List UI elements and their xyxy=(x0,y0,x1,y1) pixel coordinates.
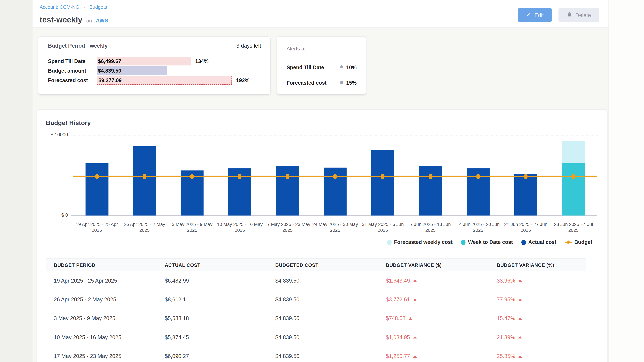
cell-budget-period: 10 May 2025 - 16 May 2025 xyxy=(46,328,157,347)
alert-row-percent: 10% xyxy=(346,64,356,70)
cell-actual-cost: $8,612.11 xyxy=(157,290,267,309)
budget-legend-marker-icon xyxy=(565,242,572,243)
cell-budget-variance-pct: 15.47% xyxy=(489,309,586,328)
trend-up-icon xyxy=(409,317,412,320)
legend-item[interactable]: Week to Date cost xyxy=(461,239,513,245)
table-row: 17 May 2025 - 23 May 2025$6,090.27$4,839… xyxy=(46,347,586,362)
chart-legend: Forecasted weekly costWeek to Date costA… xyxy=(387,239,592,245)
budget-period-card: Budget Period - weekly 3 days left Spend… xyxy=(38,37,270,94)
cell-budget-period: 17 May 2025 - 23 May 2025 xyxy=(46,347,157,362)
table-header-cell: ACTUAL COST xyxy=(157,259,267,271)
bell-icon xyxy=(339,80,344,85)
budget-period-row-value: $9,277.09 xyxy=(97,78,122,83)
trend-up-icon xyxy=(518,355,522,358)
cell-budgeted-cost: $4,839.50 xyxy=(267,328,378,347)
trend-up-icon xyxy=(518,317,522,320)
cell-actual-cost: $6,090.27 xyxy=(157,347,267,362)
edit-button-label: Edit xyxy=(534,12,544,18)
legend-label: Budget xyxy=(574,239,592,245)
header-actions: Edit Delete xyxy=(518,8,600,22)
bell-icon xyxy=(339,64,344,70)
trend-up-icon xyxy=(413,336,416,339)
alert-row: Forecasted cost15% xyxy=(286,75,357,90)
legend-label: Actual cost xyxy=(528,239,556,245)
legend-item[interactable]: Budget xyxy=(565,239,592,245)
cell-budgeted-cost: $4,839.50 xyxy=(267,347,378,362)
breadcrumb: Account: CCM-NG › Budgets xyxy=(40,4,107,9)
cell-budget-variance-usd: $3,772.61 xyxy=(378,290,489,309)
cell-budget-variance-pct: 21.39% xyxy=(489,328,586,347)
budget-period-row: Forecasted cost$9,277.09192% xyxy=(48,76,266,85)
budget-period-row-label: Budget amount xyxy=(48,68,97,74)
trend-up-icon xyxy=(413,279,416,282)
legend-label: Week to Date cost xyxy=(468,239,513,245)
cell-actual-cost: $5,588.18 xyxy=(157,309,267,328)
trend-up-icon xyxy=(518,298,522,301)
table-header-row: BUDGET PERIODACTUAL COSTBUDGETED COSTBUD… xyxy=(46,258,586,271)
budget-period-row-value: $6,499.67 xyxy=(97,58,121,64)
cell-budget-period: 19 Apr 2025 - 25 Apr 2025 xyxy=(46,271,157,290)
breadcrumb-budgets-link[interactable]: Budgets xyxy=(90,4,107,9)
cell-budget-variance-usd: $1,250.77 xyxy=(378,347,489,362)
days-left-label: 3 days left xyxy=(236,42,261,49)
trash-icon xyxy=(567,12,572,18)
budget-history-table: BUDGET PERIODACTUAL COSTBUDGETED COSTBUD… xyxy=(46,258,586,362)
budget-period-bars: Spend Till Date$6,499.67134%Budget amoun… xyxy=(48,56,266,85)
table-row: 19 Apr 2025 - 25 Apr 2025$6,482.99$4,839… xyxy=(46,271,586,290)
alert-row-label: Forecasted cost xyxy=(286,80,326,86)
legend-marker-icon xyxy=(461,240,466,245)
budget-period-row-label: Forecasted cost xyxy=(48,78,97,83)
cell-budgeted-cost: $4,839.50 xyxy=(267,309,378,328)
legend-label: Forecasted weekly cost xyxy=(394,239,453,245)
cell-budget-variance-usd: $748.68 xyxy=(378,309,489,328)
legend-marker-icon xyxy=(387,240,392,245)
cell-budget-period: 3 May 2025 - 9 May 2025 xyxy=(46,309,157,328)
budget-period-row-percent: 192% xyxy=(236,78,250,83)
delete-button-label: Delete xyxy=(575,12,591,18)
delete-button[interactable]: Delete xyxy=(558,8,600,22)
trend-up-icon xyxy=(413,355,416,358)
trend-up-icon xyxy=(518,279,522,282)
table-header-cell: BUDGETED COST xyxy=(267,259,378,271)
budget-period-row-percent: 134% xyxy=(195,58,209,64)
cell-budget-variance-usd: $1,034.95 xyxy=(378,328,489,347)
alerts-card: Alerts at Spend Till Date10%Forecasted c… xyxy=(277,37,366,94)
table-row: 26 Apr 2025 - 2 May 2025$8,612.11$4,839.… xyxy=(46,290,586,309)
table-header-cell: BUDGET PERIOD xyxy=(46,259,157,271)
budget-history-title: Budget History xyxy=(46,119,91,126)
cell-budget-variance-usd: $1,643.49 xyxy=(378,271,489,290)
breadcrumb-account-link[interactable]: Account: CCM-NG xyxy=(40,4,79,9)
page-header: Account: CCM-NG › Budgets test-weekly on… xyxy=(32,0,608,28)
cell-budgeted-cost: $4,839.50 xyxy=(267,290,378,309)
alerts-rows: Spend Till Date10%Forecasted cost15% xyxy=(286,60,357,90)
budget-period-row-bar: $6,499.67 xyxy=(97,57,191,65)
cell-budget-period: 26 Apr 2025 - 2 May 2025 xyxy=(46,290,157,309)
table-row: 3 May 2025 - 9 May 2025$5,588.18$4,839.5… xyxy=(46,309,586,328)
table-header-cell: BUDGET VARIANCE ($) xyxy=(378,259,489,271)
budget-period-row-value: $4,839.50 xyxy=(97,68,121,74)
cell-budget-variance-pct: 33.96% xyxy=(489,271,586,290)
legend-item[interactable]: Forecasted weekly cost xyxy=(387,239,452,245)
budget-period-row-label: Spend Till Date xyxy=(48,58,97,64)
trend-up-icon xyxy=(518,336,522,339)
budget-period-row: Spend Till Date$6,499.67134% xyxy=(48,56,266,66)
table-header-cell: BUDGET VARIANCE (%) xyxy=(489,259,586,271)
edit-button[interactable]: Edit xyxy=(518,8,552,22)
legend-marker-icon xyxy=(521,240,526,245)
table-row: 10 May 2025 - 16 May 2025$5,874.45$4,839… xyxy=(46,328,586,347)
legend-item[interactable]: Actual cost xyxy=(521,239,556,245)
title-row: test-weekly on AWS xyxy=(40,15,108,25)
cell-budget-variance-pct: 77.95% xyxy=(489,290,586,309)
trend-up-icon xyxy=(413,298,416,301)
title-connector: on xyxy=(86,18,92,24)
budget-period-row-bar: $9,277.09 xyxy=(97,76,232,85)
budget-detail-page: Account: CCM-NG › Budgets test-weekly on… xyxy=(0,0,644,362)
alert-row-label: Spend Till Date xyxy=(286,64,324,70)
chevron-right-icon: › xyxy=(84,4,85,9)
budget-period-title: Budget Period - weekly xyxy=(48,42,108,49)
budget-period-row: Budget amount$4,839.50 xyxy=(48,66,266,76)
page-title: test-weekly xyxy=(40,15,82,24)
right-side-panel xyxy=(608,0,644,362)
alerts-title: Alerts at xyxy=(286,46,306,52)
cell-budget-variance-pct: 25.85% xyxy=(489,347,586,362)
